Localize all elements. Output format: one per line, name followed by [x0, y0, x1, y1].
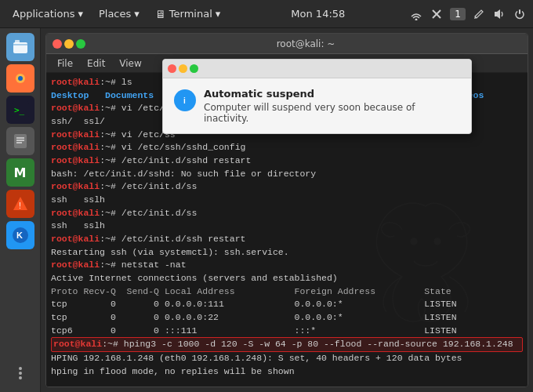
term-line: ssh sslh — [51, 194, 523, 207]
window-controls: × − + — [53, 39, 85, 49]
sidebar-icon-mail[interactable]: M — [6, 158, 34, 187]
suspend-popup: i Automatic suspend Computer will suspen… — [162, 59, 472, 134]
term-line: Active Internet connections (servers and… — [51, 272, 523, 285]
edit-menu[interactable]: Edit — [81, 56, 111, 71]
sidebar-icon-vuln[interactable]: ! — [6, 190, 34, 218]
network-icon[interactable] — [409, 7, 423, 21]
places-menu[interactable]: Places ▾ — [92, 5, 146, 23]
term-line: tcp6 0 0 :::111 :::* LISTEN — [51, 325, 523, 338]
terminal-menu[interactable]: 🖥 Terminal ▾ — [149, 5, 227, 24]
pen-icon[interactable] — [472, 7, 486, 21]
applications-label: Applications — [13, 8, 74, 20]
term-line: Restarting ssh (via systemctl): ssh.serv… — [51, 246, 523, 260]
maximize-button[interactable]: + — [76, 39, 85, 49]
term-line: root@kali:~# /etc/init.d/ssh restart — [51, 233, 523, 246]
term-line: root@kali:~# /etc/init.d/ss — [51, 207, 523, 220]
svg-point-19 — [19, 367, 22, 370]
suspend-content: i Automatic suspend Computer will suspen… — [163, 78, 471, 133]
svg-point-21 — [19, 376, 22, 379]
suspend-title: Automatic suspend — [204, 88, 460, 100]
term-line: root@kali:~# netstat -nat — [51, 259, 523, 272]
popup-close-button[interactable] — [168, 64, 176, 73]
suspend-titlebar — [163, 60, 471, 78]
term-line: ssh sslh — [51, 220, 523, 233]
mail-letter-icon: M — [14, 165, 27, 180]
svg-rect-11 — [14, 134, 27, 148]
suspend-info-icon: i — [174, 89, 196, 111]
term-line: tcp 0 0 0.0.0.0:22 0.0.0.0:* LISTEN — [51, 311, 523, 325]
term-line: HPING 192.168.1.248 (eth0 192.168.1.248)… — [51, 352, 523, 365]
terminal-menu-arrow-icon: ▾ — [216, 8, 221, 20]
svg-text:>_: >_ — [14, 105, 25, 115]
terminal-menu-label: Terminal — [169, 8, 212, 20]
sidebar-icon-firefox[interactable] — [6, 64, 34, 93]
svg-text:K: K — [16, 230, 23, 240]
suspend-text: Automatic suspend Computer will suspend … — [204, 88, 460, 124]
term-line: bash: /etc/init.d/sshd: No such file or … — [51, 168, 523, 181]
terminal-titlebar: × − + root@kali: ~ — [46, 34, 528, 54]
disconnect-icon[interactable] — [430, 7, 444, 21]
sidebar-icon-more[interactable] — [6, 359, 34, 387]
term-line: tcp 0 0 0.0.0.0:111 0.0.0.0:* LISTEN — [51, 298, 523, 311]
svg-rect-5 — [15, 40, 20, 43]
places-arrow-icon: ▾ — [134, 8, 140, 20]
main-area: >_ M ! K × − + root@kali: ~ File — [0, 28, 533, 392]
clock-display: Mon 14:58 — [291, 8, 345, 20]
close-button[interactable]: × — [53, 39, 62, 49]
terminal-title: root@kali: ~ — [90, 38, 521, 49]
svg-point-20 — [19, 372, 22, 375]
svg-point-8 — [18, 76, 23, 81]
term-line: Proto Recv-Q Send-Q Local Address Foreig… — [51, 285, 523, 299]
popup-window-controls — [168, 64, 198, 73]
network-badge: 1 — [450, 8, 466, 20]
sidebar-icon-text-editor[interactable] — [6, 127, 34, 155]
power-icon[interactable] — [513, 7, 527, 21]
term-line: root@kali:~# /etc/init.d/sshd restart — [51, 154, 523, 168]
file-menu[interactable]: File — [51, 56, 79, 71]
applications-arrow-icon: ▾ — [78, 8, 83, 20]
minimize-button[interactable]: − — [64, 39, 74, 49]
sidebar-icon-files[interactable] — [6, 33, 34, 61]
term-line: root@kali:~# vi /etc/ssh/sshd_config — [51, 141, 523, 154]
hping-command-line: root@kali:~# hping3 -c 1000 -d 120 -S -w… — [51, 337, 523, 352]
svg-point-0 — [415, 18, 418, 20]
terminal-menu-icon: 🖥 — [155, 8, 166, 20]
places-label: Places — [99, 8, 131, 20]
popup-minimize-button[interactable] — [179, 64, 187, 73]
terminal-window: × − + root@kali: ~ File Edit View root@k… — [45, 33, 528, 387]
sidebar: >_ M ! K — [0, 28, 41, 392]
volume-icon[interactable] — [492, 7, 506, 21]
svg-rect-4 — [13, 42, 27, 53]
sidebar-icon-terminal[interactable]: >_ — [6, 96, 34, 124]
svg-text:i: i — [183, 96, 186, 105]
applications-menu[interactable]: Applications ▾ — [6, 5, 89, 23]
term-line: hping in flood mode, no replies will be … — [51, 365, 523, 379]
top-bar: Applications ▾ Places ▾ 🖥 Terminal ▾ Mon… — [0, 0, 533, 28]
svg-marker-3 — [495, 9, 500, 19]
svg-text:!: ! — [19, 201, 21, 210]
sidebar-icon-kali[interactable]: K — [6, 221, 34, 249]
term-line: root@kali:~# /etc/init.d/ss — [51, 180, 523, 194]
view-menu[interactable]: View — [113, 56, 147, 71]
popup-maximize-button[interactable] — [190, 64, 198, 73]
suspend-message: Computer will suspend very soon because … — [204, 102, 460, 124]
